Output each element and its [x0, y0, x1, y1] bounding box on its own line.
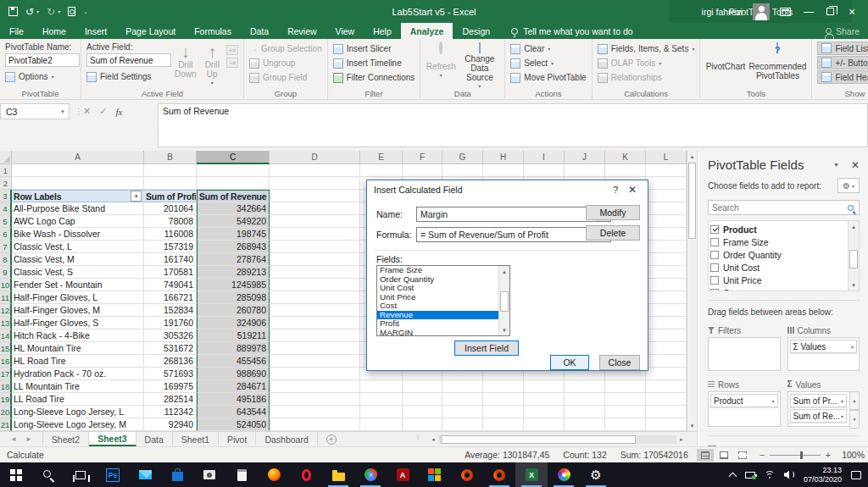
insert-function-icon[interactable]: fx: [115, 107, 122, 117]
horizontal-scrollbar[interactable]: ◄ ►: [428, 434, 687, 445]
cell-C12[interactable]: 260780: [197, 304, 270, 317]
cell-B6[interactable]: 116008: [144, 228, 197, 241]
column-header-C[interactable]: C: [197, 151, 270, 164]
column-header-E[interactable]: E: [360, 151, 403, 164]
taskbar-photoshop-icon[interactable]: Ps: [97, 462, 129, 487]
cell-H1[interactable]: [483, 164, 524, 177]
cell-G18[interactable]: [442, 380, 483, 393]
cancel-entry-icon[interactable]: ✕: [83, 106, 91, 117]
cell-D17[interactable]: [270, 368, 360, 380]
cell-H18[interactable]: [483, 380, 524, 393]
cell-B17[interactable]: 571693: [144, 368, 197, 380]
cell-D8[interactable]: [270, 253, 360, 266]
taskbar-file-explorer-icon[interactable]: [322, 462, 354, 487]
cell-A13[interactable]: Half-Finger Gloves, S: [12, 317, 144, 329]
zoom-slider-thumb[interactable]: [800, 451, 803, 459]
taskbar-camera-icon[interactable]: [193, 462, 225, 487]
cell-G20[interactable]: [442, 406, 483, 418]
rows-area[interactable]: Product▾: [708, 391, 781, 427]
avatar[interactable]: [753, 3, 770, 20]
tab-file[interactable]: File: [0, 23, 33, 39]
row-header-3[interactable]: 3: [0, 190, 12, 202]
cell-B16[interactable]: 268136: [144, 355, 197, 368]
column-header-I[interactable]: I: [524, 151, 565, 164]
chip-dropdown-icon[interactable]: ▾: [851, 344, 854, 350]
taskbar-paint-icon[interactable]: [548, 462, 580, 487]
column-header-G[interactable]: G: [442, 151, 483, 164]
zoom-level[interactable]: 100%: [836, 450, 865, 460]
cell-L16[interactable]: [646, 355, 687, 368]
cell-B18[interactable]: 169975: [144, 380, 197, 393]
cell-E18[interactable]: [360, 380, 403, 393]
cell-A7[interactable]: Classic Vest, L: [12, 241, 144, 253]
values-scroll-up-icon[interactable]: ▲: [849, 391, 860, 410]
cell-G19[interactable]: [442, 393, 483, 406]
checkbox-cost[interactable]: [710, 289, 719, 292]
cell-C8[interactable]: 278764: [197, 253, 270, 266]
cell-F20[interactable]: [403, 406, 442, 418]
cell-A9[interactable]: Classic Vest, S: [12, 266, 144, 279]
cell-D14[interactable]: [270, 329, 360, 342]
cell-L8[interactable]: [646, 253, 687, 266]
cell-D9[interactable]: [270, 266, 360, 279]
chip-dropdown-icon[interactable]: ▾: [841, 398, 843, 404]
cell-D2[interactable]: [270, 177, 360, 190]
cell-I20[interactable]: [524, 406, 565, 418]
tab-analyze[interactable]: Analyze: [401, 23, 453, 39]
cell-D6[interactable]: [270, 228, 360, 241]
cell-I19[interactable]: [524, 393, 565, 406]
fields-items-sets-button[interactable]: Fields, Items, & Sets▾: [598, 42, 695, 56]
zoom-in-icon[interactable]: +: [826, 450, 831, 460]
cell-A12[interactable]: Half-Finger Gloves, M: [12, 304, 144, 317]
print-preview-icon[interactable]: [68, 7, 75, 16]
cell-A10[interactable]: Fender Set - Mountain: [12, 279, 144, 291]
column-header-F[interactable]: F: [403, 151, 442, 164]
cell-B4[interactable]: 201064: [144, 202, 197, 215]
vertical-scroll-thumb[interactable]: [688, 163, 696, 239]
cell-C2[interactable]: [197, 177, 270, 190]
tab-help[interactable]: Help: [364, 23, 401, 39]
row-header-20[interactable]: 20: [0, 406, 12, 418]
cell-C10[interactable]: 1245985: [197, 279, 270, 291]
cell-D20[interactable]: [270, 406, 360, 418]
column-header-H[interactable]: H: [483, 151, 524, 164]
checkbox-unit-cost[interactable]: [710, 263, 719, 272]
cell-D15[interactable]: [270, 342, 360, 355]
cell-L9[interactable]: [646, 266, 687, 279]
cell-D12[interactable]: [270, 304, 360, 317]
cell-L1[interactable]: [646, 164, 687, 177]
cell-B11[interactable]: 166721: [144, 291, 197, 304]
taskbar-firefox-icon[interactable]: [258, 462, 290, 487]
cell-B20[interactable]: 112342: [144, 406, 197, 418]
checkbox-unit-price[interactable]: [710, 276, 719, 285]
cell-D11[interactable]: [270, 291, 360, 304]
dialog-field-profit[interactable]: Profit: [377, 319, 509, 329]
listbox-scrollbar[interactable]: ▲ ▼: [498, 266, 509, 335]
cell-C1[interactable]: [197, 164, 270, 177]
cell-C3[interactable]: Sum of Revenue: [197, 190, 270, 202]
cell-E21[interactable]: [360, 418, 403, 431]
zoom-slider[interactable]: [770, 455, 821, 456]
row-header-16[interactable]: 16: [0, 355, 12, 368]
cell-D16[interactable]: [270, 355, 360, 368]
name-box-dropdown-icon[interactable]: ▼: [60, 109, 65, 114]
cell-L7[interactable]: [646, 241, 687, 253]
cell-C15[interactable]: 889978: [197, 342, 270, 355]
tab-formulas[interactable]: Formulas: [185, 23, 241, 39]
enter-entry-icon[interactable]: ✓: [99, 106, 107, 117]
cell-B5[interactable]: 78008: [144, 215, 197, 228]
cell-C6[interactable]: 198745: [197, 228, 270, 241]
values-scroll-down-icon[interactable]: ▼: [849, 410, 860, 429]
cell-L5[interactable]: [646, 215, 687, 228]
pane-field-unit-price[interactable]: Unit Price: [710, 274, 847, 286]
zoom-out-icon[interactable]: −: [760, 450, 765, 460]
row-header-18[interactable]: 18: [0, 380, 12, 393]
tab-page-layout[interactable]: Page Layout: [116, 23, 185, 39]
cell-I1[interactable]: [524, 164, 565, 177]
dialog-field-margin[interactable]: MARGIN: [377, 329, 509, 337]
save-icon[interactable]: [8, 7, 18, 16]
name-box[interactable]: C3 ▼: [0, 103, 70, 119]
system-clock[interactable]: 23.13 07/03/2020: [804, 466, 842, 484]
tab-design[interactable]: Design: [453, 23, 499, 39]
share-button[interactable]: Share: [826, 23, 860, 39]
